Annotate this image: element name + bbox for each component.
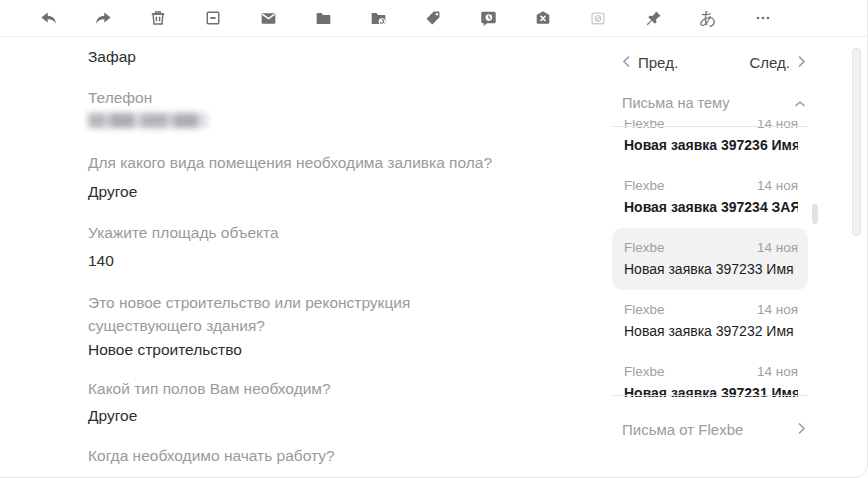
thread-section-header[interactable]: Письма на тему xyxy=(622,95,806,111)
email-subject: Новая заявка 397234 ЗАЯ... xyxy=(624,199,798,216)
phone-label: Телефон xyxy=(88,89,528,107)
email-sender: Flexbe xyxy=(624,302,665,318)
question: Когда необходимо начать работу? xyxy=(88,447,528,465)
email-list-item[interactable]: Flexbe 14 ноя Новая заявка 397232 Имя ..… xyxy=(612,290,808,352)
from-section-title: Письма от Flexbe xyxy=(622,421,743,438)
prev-button[interactable]: Пред. xyxy=(622,54,678,71)
reminder-icon[interactable] xyxy=(474,4,502,32)
chevron-right-icon xyxy=(797,421,806,438)
email-sender: Flexbe xyxy=(624,364,665,380)
chevron-right-icon xyxy=(797,54,806,71)
list-scrollbar-thumb[interactable] xyxy=(812,204,818,224)
answer: Другое xyxy=(88,407,528,425)
question: Для какого вида помещения необходима зал… xyxy=(88,154,528,172)
mark-read-icon[interactable] xyxy=(254,4,282,32)
translate-icon[interactable]: あ xyxy=(694,4,722,32)
label-icon[interactable] xyxy=(419,4,447,32)
email-list-item[interactable]: Flexbe 14 ноя Новая заявка 397236 Имя ..… xyxy=(612,120,808,166)
email-subject: Новая заявка 397232 Имя ... xyxy=(624,323,798,340)
related-emails-sidebar: Пред. След. Письма на тему Flexbe 14 ноя… xyxy=(610,40,818,438)
email-sender: Flexbe xyxy=(624,178,665,194)
email-subject: Новая заявка 397233 Имя ... xyxy=(624,261,798,278)
pin-icon[interactable] xyxy=(639,4,667,32)
chevron-left-icon xyxy=(622,54,631,71)
mute-icon[interactable] xyxy=(584,4,612,32)
email-sender: Flexbe xyxy=(624,120,665,132)
email-subject: Новая заявка 397231 Имя xyxy=(624,385,798,397)
email-date: 14 ноя xyxy=(757,240,798,256)
next-button[interactable]: След. xyxy=(749,54,806,71)
archive-icon[interactable] xyxy=(199,4,227,32)
email-date: 14 ноя xyxy=(757,364,798,380)
chevron-up-icon xyxy=(794,95,806,111)
spam-icon[interactable] xyxy=(529,4,557,32)
thread-email-list: Flexbe 14 ноя Новая заявка 397236 Имя ..… xyxy=(610,120,818,397)
email-date: 14 ноя xyxy=(757,120,798,132)
email-date: 14 ноя xyxy=(757,302,798,318)
more-icon[interactable] xyxy=(749,4,777,32)
answer: Новое строительство xyxy=(88,341,528,359)
phone-number-redacted xyxy=(88,113,208,128)
email-list-item-selected[interactable]: Flexbe 14 ноя Новая заявка 397233 Имя ..… xyxy=(612,228,808,290)
question: Это новое строительство или реконструкци… xyxy=(88,291,498,337)
email-date: 14 ноя xyxy=(757,178,798,194)
email-sender: Flexbe xyxy=(624,240,665,256)
question: Какой тип полов Вам необходим? xyxy=(88,380,528,398)
from-sender-section[interactable]: Письма от Flexbe xyxy=(622,421,806,438)
email-subject: Новая заявка 397236 Имя ... xyxy=(624,137,798,154)
thread-section-title: Письма на тему xyxy=(622,95,729,111)
main-scrollbar-thumb[interactable] xyxy=(852,48,861,236)
email-list-item[interactable]: Flexbe 14 ноя Новая заявка 397231 Имя xyxy=(612,352,808,397)
move-to-folder-icon[interactable] xyxy=(364,4,392,32)
forward-icon[interactable] xyxy=(89,4,117,32)
reply-icon[interactable] xyxy=(34,4,62,32)
next-label: След. xyxy=(749,54,790,71)
email-list-item[interactable]: Flexbe 14 ноя Новая заявка 397234 ЗАЯ... xyxy=(612,166,808,228)
prev-label: Пред. xyxy=(638,54,678,71)
answer: Другое xyxy=(88,183,528,201)
folder-icon[interactable] xyxy=(309,4,337,32)
question: Укажите площадь объекта xyxy=(88,224,528,242)
email-toolbar: あ xyxy=(0,0,868,37)
delete-icon[interactable] xyxy=(144,4,172,32)
email-body: Зафар Телефон Для какого вида помещения … xyxy=(88,40,528,465)
answer: 140 xyxy=(88,252,528,270)
prev-next-nav: Пред. След. xyxy=(622,54,806,71)
sender-name: Зафар xyxy=(88,48,528,66)
